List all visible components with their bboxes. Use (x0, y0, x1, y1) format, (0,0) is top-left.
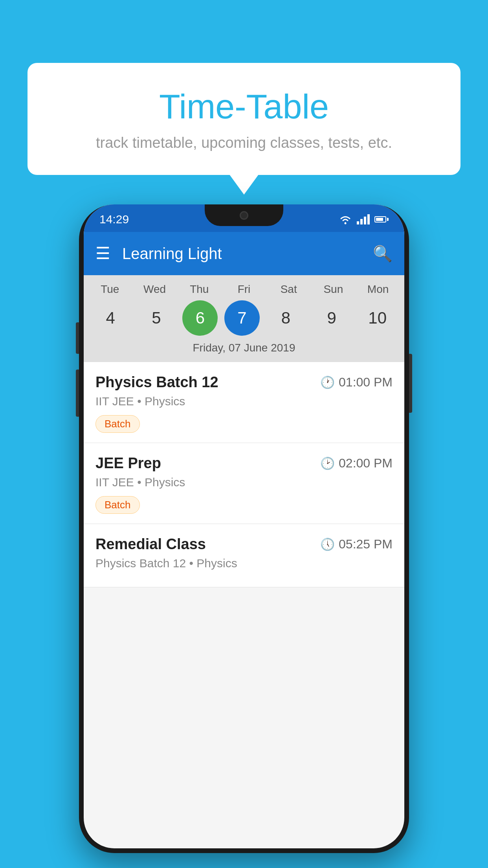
batch-badge-1: Batch (95, 415, 140, 433)
phone-screen: 14:29 (84, 204, 404, 848)
phone-container: 14:29 (79, 204, 409, 853)
search-icon[interactable]: 🔍 (373, 245, 393, 263)
clock-icon-2: 🕑 (320, 456, 335, 470)
day-tue: Tue (90, 283, 130, 296)
batch-badge-2: Batch (95, 496, 140, 514)
date-4[interactable]: 4 (91, 300, 130, 336)
schedule-item-2[interactable]: JEE Prep 🕑 02:00 PM IIT JEE • Physics Ba… (84, 443, 404, 524)
schedule-item-2-time-text: 02:00 PM (339, 456, 393, 471)
app-bar: ☰ Learning Light 🔍 (84, 232, 404, 275)
calendar-section: Tue Wed Thu Fri Sat Sun Mon 4 5 6 7 8 9 … (84, 275, 404, 362)
date-6-today[interactable]: 6 (182, 300, 218, 336)
day-numbers: 4 5 6 7 8 9 10 (88, 300, 400, 336)
date-5[interactable]: 5 (137, 300, 176, 336)
schedule-item-1-time: 🕐 01:00 PM (320, 375, 393, 390)
speech-bubble-container: Time-Table track timetable, upcoming cla… (28, 63, 460, 175)
battery-icon (374, 216, 389, 223)
speech-bubble: Time-Table track timetable, upcoming cla… (28, 63, 460, 175)
side-button-right (409, 354, 412, 413)
schedule-item-3-time: 🕔 05:25 PM (320, 537, 393, 552)
clock-icon-3: 🕔 (320, 537, 335, 551)
phone-notch (205, 204, 283, 226)
signal-icon (357, 214, 370, 224)
date-10[interactable]: 10 (358, 300, 397, 336)
date-8[interactable]: 8 (266, 300, 306, 336)
date-9[interactable]: 9 (312, 300, 351, 336)
wifi-icon (339, 214, 352, 224)
schedule-item-3-subtitle: Physics Batch 12 • Physics (95, 557, 393, 570)
schedule-item-3-time-text: 05:25 PM (339, 537, 393, 552)
schedule-container: Physics Batch 12 🕐 01:00 PM IIT JEE • Ph… (84, 362, 404, 587)
day-mon: Mon (358, 283, 398, 296)
hamburger-icon[interactable]: ☰ (95, 245, 110, 262)
schedule-item-2-header: JEE Prep 🕑 02:00 PM (95, 455, 393, 472)
bubble-subtitle: track timetable, upcoming classes, tests… (43, 134, 445, 151)
schedule-item-1[interactable]: Physics Batch 12 🕐 01:00 PM IIT JEE • Ph… (84, 362, 404, 443)
day-headers: Tue Wed Thu Fri Sat Sun Mon (88, 283, 400, 296)
schedule-item-1-title: Physics Batch 12 (95, 374, 218, 391)
schedule-item-2-time: 🕑 02:00 PM (320, 456, 393, 471)
schedule-item-1-header: Physics Batch 12 🕐 01:00 PM (95, 374, 393, 391)
svg-point-0 (345, 222, 347, 224)
schedule-item-1-time-text: 01:00 PM (339, 375, 393, 390)
camera (240, 211, 248, 220)
bubble-title: Time-Table (43, 86, 445, 127)
clock-icon-1: 🕐 (320, 375, 335, 389)
side-button-left2 (76, 370, 79, 417)
schedule-item-3[interactable]: Remedial Class 🕔 05:25 PM Physics Batch … (84, 524, 404, 587)
date-label: Friday, 07 June 2019 (88, 342, 400, 356)
status-icons (339, 212, 389, 224)
schedule-item-3-header: Remedial Class 🕔 05:25 PM (95, 536, 393, 553)
day-fri: Fri (224, 283, 264, 296)
day-sat: Sat (269, 283, 308, 296)
schedule-item-1-subtitle: IIT JEE • Physics (95, 395, 393, 408)
day-sun: Sun (314, 283, 353, 296)
status-time: 14:29 (99, 211, 129, 226)
schedule-item-2-subtitle: IIT JEE • Physics (95, 476, 393, 489)
app-title: Learning Light (122, 245, 373, 263)
schedule-item-2-title: JEE Prep (95, 455, 161, 472)
date-7-selected[interactable]: 7 (224, 300, 260, 336)
phone-outer: 14:29 (79, 204, 409, 853)
side-button-left (76, 322, 79, 354)
schedule-item-3-title: Remedial Class (95, 536, 206, 553)
day-wed: Wed (135, 283, 174, 296)
day-thu: Thu (180, 283, 219, 296)
